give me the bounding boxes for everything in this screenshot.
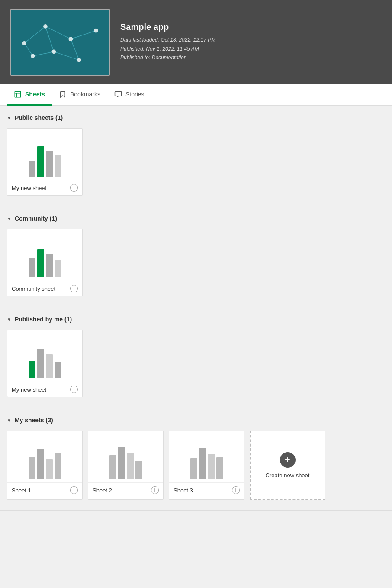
bar bbox=[55, 362, 61, 378]
tab-sheets[interactable]: Sheets bbox=[7, 84, 52, 106]
published-by-me-header[interactable]: ▼ Published by me (1) bbox=[7, 307, 385, 330]
bar bbox=[118, 447, 125, 479]
chevron-down-icon: ▼ bbox=[7, 418, 11, 423]
card-footer: My new sheet i bbox=[7, 180, 82, 195]
my-sheets-header[interactable]: ▼ My sheets (3) bbox=[7, 408, 385, 431]
community-grid: Community sheet i bbox=[7, 229, 385, 296]
bar bbox=[216, 457, 223, 479]
svg-point-9 bbox=[22, 41, 26, 45]
section-community: ▼ Community (1) Community sheet i bbox=[0, 206, 392, 307]
sheet-card-sheet1[interactable]: Sheet 1 i bbox=[7, 431, 83, 500]
svg-point-12 bbox=[94, 29, 98, 33]
bar bbox=[55, 453, 61, 479]
tab-stories[interactable]: Stories bbox=[107, 84, 151, 106]
svg-point-10 bbox=[43, 24, 48, 29]
bar bbox=[37, 349, 44, 378]
info-icon[interactable]: i bbox=[151, 486, 159, 494]
sheet-name: Community sheet bbox=[12, 286, 55, 292]
bar-chart bbox=[29, 142, 61, 177]
public-sheets-grid: My new sheet i bbox=[7, 128, 385, 196]
public-sheets-header[interactable]: ▼ Public sheets (1) bbox=[7, 106, 385, 128]
card-preview bbox=[7, 330, 82, 382]
tab-stories-label: Stories bbox=[125, 91, 145, 98]
published-date: Published: Nov 1, 2022, 11:45 AM bbox=[120, 45, 215, 53]
info-icon[interactable]: i bbox=[232, 486, 240, 494]
bar bbox=[46, 151, 53, 177]
svg-point-11 bbox=[68, 37, 73, 41]
info-icon[interactable]: i bbox=[70, 386, 78, 393]
svg-rect-16 bbox=[15, 91, 21, 97]
my-sheets-grid: Sheet 1 i Sheet 2 i bbox=[7, 431, 385, 500]
svg-point-14 bbox=[31, 54, 35, 58]
published-by-me-label: Published by me (1) bbox=[15, 316, 72, 323]
app-thumbnail bbox=[10, 9, 110, 76]
sheet-card-my-new-sheet-published[interactable]: My new sheet i bbox=[7, 330, 83, 397]
bar bbox=[29, 361, 35, 378]
app-header: Sample app Data last loaded: Oct 18, 202… bbox=[0, 0, 392, 84]
bar bbox=[29, 161, 35, 177]
my-sheets-label: My sheets (3) bbox=[15, 417, 53, 424]
section-public-sheets: ▼ Public sheets (1) My new sheet i bbox=[0, 106, 392, 206]
bar bbox=[37, 249, 44, 277]
chevron-down-icon: ▼ bbox=[7, 216, 11, 221]
info-icon[interactable]: i bbox=[70, 486, 78, 494]
bar-chart bbox=[190, 444, 223, 479]
stories-icon bbox=[114, 90, 122, 98]
bar bbox=[190, 458, 197, 479]
bar bbox=[208, 454, 215, 479]
create-new-sheet-label: Create new sheet bbox=[266, 472, 310, 479]
sheet-card-my-new-sheet[interactable]: My new sheet i bbox=[7, 128, 83, 196]
bar bbox=[37, 146, 44, 177]
bar bbox=[46, 354, 53, 378]
chevron-down-icon: ▼ bbox=[7, 317, 11, 322]
sheet-card-community-sheet[interactable]: Community sheet i bbox=[7, 229, 83, 296]
card-preview bbox=[7, 229, 82, 281]
svg-rect-19 bbox=[115, 91, 121, 96]
bar bbox=[46, 459, 53, 479]
bar bbox=[29, 457, 35, 479]
svg-rect-0 bbox=[12, 10, 109, 75]
bar bbox=[199, 448, 206, 479]
sheets-icon bbox=[14, 90, 22, 98]
card-preview bbox=[169, 431, 244, 483]
svg-point-13 bbox=[52, 50, 56, 54]
create-new-sheet-button[interactable]: + Create new sheet bbox=[250, 431, 325, 500]
info-icon[interactable]: i bbox=[70, 285, 78, 292]
info-icon[interactable]: i bbox=[70, 184, 78, 192]
tab-bookmarks[interactable]: Bookmarks bbox=[52, 84, 107, 106]
community-header[interactable]: ▼ Community (1) bbox=[7, 206, 385, 229]
chevron-down-icon: ▼ bbox=[7, 116, 11, 120]
bar-chart bbox=[29, 344, 61, 378]
main-content: ▼ Public sheets (1) My new sheet i bbox=[0, 106, 392, 511]
bar-chart bbox=[109, 444, 142, 479]
bar bbox=[127, 453, 134, 479]
bar bbox=[29, 258, 35, 277]
card-footer: Sheet 3 i bbox=[169, 483, 244, 498]
card-preview bbox=[7, 431, 82, 483]
card-preview bbox=[88, 431, 163, 483]
bar-chart bbox=[29, 243, 61, 277]
sheet-card-sheet3[interactable]: Sheet 3 i bbox=[169, 431, 244, 500]
bar bbox=[55, 260, 61, 277]
tab-sheets-label: Sheets bbox=[25, 91, 45, 98]
sheet-card-sheet2[interactable]: Sheet 2 i bbox=[88, 431, 164, 500]
sheet-name: Sheet 1 bbox=[12, 487, 31, 494]
bookmarks-icon bbox=[59, 90, 67, 98]
bar bbox=[109, 455, 116, 479]
tabs-bar: Sheets Bookmarks Stories bbox=[0, 84, 392, 106]
tab-bookmarks-label: Bookmarks bbox=[70, 91, 100, 98]
published-by-me-grid: My new sheet i bbox=[7, 330, 385, 397]
sheet-name: Sheet 3 bbox=[174, 487, 193, 494]
sheet-name: My new sheet bbox=[12, 185, 46, 191]
bar-chart bbox=[29, 444, 61, 479]
section-my-sheets: ▼ My sheets (3) Sheet 1 i bbox=[0, 408, 392, 511]
add-icon: + bbox=[280, 452, 296, 468]
data-last-loaded: Data last loaded: Oct 18, 2022, 12:17 PM bbox=[120, 35, 215, 44]
bar bbox=[55, 155, 61, 177]
bar bbox=[37, 449, 44, 479]
app-name: Sample app bbox=[120, 22, 215, 32]
sheet-name: My new sheet bbox=[12, 386, 46, 393]
card-preview bbox=[7, 129, 82, 180]
section-published-by-me: ▼ Published by me (1) My new sheet i bbox=[0, 307, 392, 408]
sheet-name: Sheet 2 bbox=[93, 487, 112, 494]
